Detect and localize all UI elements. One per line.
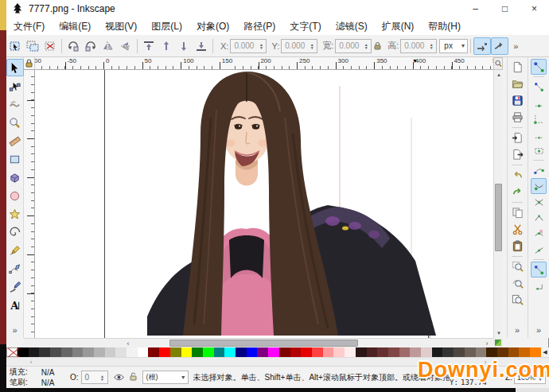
zoom-page-button[interactable] xyxy=(509,292,525,308)
tool-zoom[interactable] xyxy=(6,114,24,131)
zoom-drawing-button[interactable] xyxy=(509,275,525,291)
select-all-layers-button[interactable] xyxy=(24,37,41,55)
height-field[interactable]: 0.000 ▲▼ xyxy=(400,39,437,53)
toolbar-overflow[interactable]: » xyxy=(513,41,518,51)
color-management-toggle[interactable] xyxy=(493,338,503,347)
palette-swatch[interactable] xyxy=(115,347,127,357)
snap-bbox-edge-midpoints-toggle[interactable] xyxy=(531,126,547,142)
palette-swatch[interactable] xyxy=(312,347,323,357)
palette-swatch[interactable] xyxy=(388,347,399,357)
height-field-spinner[interactable]: ▲▼ xyxy=(427,40,435,52)
tool-star[interactable] xyxy=(6,205,24,223)
tool-box-3d[interactable] xyxy=(6,169,24,186)
scroll-down-arrow[interactable]: ▼ xyxy=(494,328,504,338)
x-field[interactable]: 0.000 ▲▼ xyxy=(230,39,267,53)
tool-text[interactable]: A xyxy=(6,297,24,314)
print-button[interactable] xyxy=(509,109,525,125)
menu-file[interactable]: 文件(F) xyxy=(6,18,52,35)
flip-vertical-button[interactable] xyxy=(117,37,134,55)
palette-swatch[interactable] xyxy=(465,347,476,357)
tool-node-editor[interactable] xyxy=(6,77,24,95)
palette-scroll-left[interactable]: ‹ xyxy=(26,358,36,366)
snap-bbox-toggle[interactable] xyxy=(531,79,547,95)
tool-pencil[interactable] xyxy=(6,242,24,259)
palette-swatch[interactable] xyxy=(170,347,181,357)
snap-smooth-nodes-toggle[interactable]: N xyxy=(531,226,547,242)
palette-swatch[interactable] xyxy=(508,347,520,357)
palette-swatch[interactable] xyxy=(138,347,149,357)
scroll-up-arrow[interactable]: ▲ xyxy=(494,70,504,80)
zoom-selection-button[interactable] xyxy=(509,258,525,274)
tool-calligraphy[interactable] xyxy=(6,278,24,296)
palette-swatch[interactable] xyxy=(268,347,279,357)
new-document-button[interactable] xyxy=(509,59,525,75)
redo-button[interactable] xyxy=(509,184,525,200)
snap-bbox-edges-toggle[interactable] xyxy=(531,95,547,111)
toolbox-overflow[interactable]: » xyxy=(12,325,17,335)
cut-button[interactable] xyxy=(509,221,525,237)
palette-swatch[interactable] xyxy=(247,347,258,357)
minimize-button[interactable]: – xyxy=(461,0,490,17)
menu-path[interactable]: 路径(P) xyxy=(236,18,282,35)
palette-swatch[interactable] xyxy=(214,347,225,357)
palette-swatch[interactable] xyxy=(279,347,290,357)
menu-view[interactable]: 视图(V) xyxy=(98,18,144,35)
export-button[interactable] xyxy=(509,146,525,162)
horizontal-ruler[interactable]: -100-50050100150200250300350400450500550… xyxy=(35,57,493,70)
palette-swatch[interactable] xyxy=(290,347,302,357)
palette-swatch[interactable] xyxy=(127,347,138,357)
palette-swatch[interactable] xyxy=(18,347,29,357)
select-all-button[interactable] xyxy=(6,37,24,55)
close-button[interactable]: × xyxy=(520,0,549,17)
palette-swatch[interactable] xyxy=(148,347,159,357)
palette-swatch[interactable] xyxy=(39,347,50,357)
palette-swatch[interactable] xyxy=(224,347,236,357)
palette-swatch[interactable] xyxy=(181,347,193,357)
open-button[interactable] xyxy=(509,76,525,91)
snap-others-toggle[interactable] xyxy=(531,262,547,278)
menu-help[interactable]: 帮助(H) xyxy=(421,18,468,35)
snap-enable-toggle[interactable] xyxy=(531,59,547,75)
palette-swatch[interactable] xyxy=(519,347,530,357)
canvas[interactable] xyxy=(35,70,493,338)
x-field-spinner[interactable]: ▲▼ xyxy=(257,40,265,52)
rotate-ccw-button[interactable] xyxy=(64,37,82,55)
palette-more-arrow[interactable]: ◀ xyxy=(541,347,549,357)
horizontal-scroll-thumb[interactable] xyxy=(169,340,358,347)
save-button[interactable] xyxy=(509,92,525,108)
tool-rectangle[interactable] xyxy=(6,150,24,168)
snap-line-midpoints-toggle[interactable] xyxy=(531,242,547,258)
menu-layer[interactable]: 图层(L) xyxy=(144,18,189,35)
snap-cusp-nodes-toggle[interactable] xyxy=(531,210,547,226)
layer-visibility-toggle[interactable] xyxy=(114,372,124,383)
width-field[interactable]: 0.000 ▲▼ xyxy=(335,39,372,53)
photo-portrait[interactable] xyxy=(143,70,446,336)
palette-swatch-none[interactable] xyxy=(6,347,18,357)
affect-move-gradients-toggle[interactable] xyxy=(473,37,491,55)
ruler-corner[interactable] xyxy=(24,57,35,70)
undo-button[interactable] xyxy=(509,167,525,183)
opacity-spinner[interactable]: ▲▼ xyxy=(99,371,107,384)
raise-to-top-button[interactable] xyxy=(140,37,158,55)
palette-swatch[interactable] xyxy=(72,347,84,357)
raise-button[interactable] xyxy=(158,37,175,55)
rotate-cw-button[interactable] xyxy=(82,37,99,55)
palette-swatch[interactable] xyxy=(497,347,508,357)
lower-to-bottom-button[interactable] xyxy=(193,37,210,55)
copy-button[interactable] xyxy=(509,204,525,220)
paste-button[interactable] xyxy=(509,238,525,254)
palette-swatch[interactable] xyxy=(236,347,247,357)
tool-ellipse[interactable] xyxy=(6,187,24,204)
scroll-right-arrow[interactable]: › xyxy=(482,339,492,347)
palette-swatch[interactable] xyxy=(203,347,214,357)
menu-text[interactable]: 文字(T) xyxy=(282,18,328,35)
lock-ratio-icon[interactable] xyxy=(372,37,383,55)
palette-swatch[interactable] xyxy=(530,347,541,357)
tool-bezier-pen[interactable] xyxy=(6,260,24,278)
tool-spiral[interactable] xyxy=(6,223,24,241)
menu-edit[interactable]: 编辑(E) xyxy=(52,18,98,35)
affect-move-patterns-toggle[interactable] xyxy=(491,37,508,55)
palette-swatch[interactable] xyxy=(192,347,203,357)
palette-swatch[interactable] xyxy=(454,347,465,357)
palette-swatch[interactable] xyxy=(345,347,356,357)
